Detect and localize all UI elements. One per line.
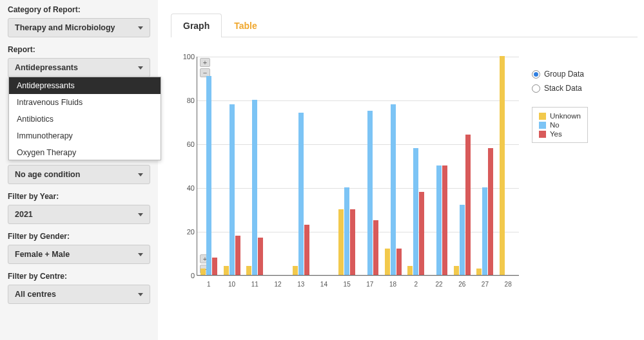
x-tick-label: 12	[274, 281, 281, 288]
legend-item-unknown[interactable]: Unknown	[539, 111, 581, 120]
x-tick-label: 2	[415, 281, 418, 288]
age-dropdown[interactable]: No age condition	[8, 165, 150, 184]
group-data-radio[interactable]: Group Data	[532, 70, 588, 79]
year-value: 2021	[15, 210, 33, 219]
bar-no[interactable]	[391, 104, 396, 275]
tab-bar: Graph Table	[171, 13, 638, 37]
x-tick-label: 14	[320, 281, 327, 288]
x-tick-label: 28	[505, 281, 512, 288]
bar-yes[interactable]	[212, 258, 217, 275]
radio-icon	[532, 84, 540, 93]
zoom-in-y-button[interactable]: +	[200, 58, 210, 67]
chevron-down-icon	[138, 213, 143, 216]
centre-label: Filter by Centre:	[8, 272, 150, 281]
legend-label-unknown: Unknown	[550, 112, 581, 120]
centre-value: All centres	[15, 290, 56, 299]
tab-graph[interactable]: Graph	[171, 14, 222, 37]
bar-yes[interactable]	[258, 238, 263, 275]
category-value: Therapy and Microbiology	[15, 23, 115, 32]
bar-unknown[interactable]	[338, 209, 344, 275]
x-tick-label: 13	[297, 281, 304, 288]
main-panel: Graph Table + − + − 02040608010011011121…	[158, 0, 644, 340]
legend-label-yes: Yes	[550, 130, 562, 138]
legend-item-no[interactable]: No	[539, 120, 581, 129]
report-label: Report:	[8, 45, 150, 54]
bar-no[interactable]	[367, 111, 373, 275]
report-option[interactable]: Antidepressants	[9, 77, 161, 94]
gender-dropdown[interactable]: Female + Male	[8, 245, 150, 264]
bar-yes[interactable]	[396, 249, 402, 275]
gender-value: Female + Male	[15, 250, 70, 259]
bar-yes[interactable]	[304, 225, 309, 275]
bar-unknown[interactable]	[500, 56, 505, 275]
bar-no[interactable]	[436, 165, 442, 275]
bar-no[interactable]	[252, 100, 257, 275]
bar-unknown[interactable]	[476, 269, 482, 275]
stack-data-label: Stack Data	[544, 84, 582, 93]
zoom-y-controls: + −	[200, 58, 210, 77]
group-data-label: Group Data	[544, 70, 584, 79]
bar-no[interactable]	[460, 205, 465, 275]
report-dropdown[interactable]: Antidepressants AntidepressantsIntraveno…	[8, 58, 150, 77]
legend-item-yes[interactable]: Yes	[539, 129, 581, 138]
bar-yes[interactable]	[465, 135, 471, 275]
chevron-down-icon	[138, 66, 143, 70]
chevron-down-icon	[138, 173, 143, 176]
age-value: No age condition	[15, 170, 80, 179]
bar-no[interactable]	[344, 187, 349, 275]
report-option[interactable]: Oxygen Therapy	[9, 144, 161, 160]
report-option[interactable]: Antibiotics	[9, 111, 161, 128]
x-tick-label: 1	[207, 281, 211, 288]
report-option[interactable]: Intravenous Fluids	[9, 94, 161, 111]
bar-unknown[interactable]	[293, 266, 298, 275]
x-tick-label: 11	[251, 281, 259, 288]
bar-no[interactable]	[482, 187, 487, 275]
y-tick-label: 20	[178, 228, 195, 236]
bar-yes[interactable]	[373, 220, 378, 275]
category-dropdown[interactable]: Therapy and Microbiology	[8, 18, 150, 37]
chart: + − + − 02040608010011011121314151718222…	[171, 57, 519, 295]
bar-no[interactable]	[229, 104, 235, 275]
swatch-unknown	[539, 113, 546, 120]
bar-unknown[interactable]	[224, 266, 229, 275]
chevron-down-icon	[138, 253, 143, 256]
y-tick-label: 80	[178, 97, 195, 104]
bar-unknown[interactable]	[407, 266, 413, 275]
x-tick-label: 10	[228, 281, 235, 288]
bar-no[interactable]	[298, 113, 304, 275]
x-tick-label: 17	[366, 281, 373, 288]
x-tick-label: 22	[435, 281, 442, 288]
tab-table[interactable]: Table	[222, 14, 269, 37]
bar-unknown[interactable]	[454, 266, 459, 275]
bar-yes[interactable]	[488, 148, 493, 275]
legend: Unknown No Yes	[532, 107, 588, 143]
bar-unknown[interactable]	[385, 249, 390, 275]
bar-yes[interactable]	[442, 165, 447, 275]
stack-data-radio[interactable]: Stack Data	[532, 84, 588, 93]
y-tick-label: 0	[178, 272, 195, 279]
bar-unknown[interactable]	[246, 266, 251, 275]
y-tick-label: 40	[178, 184, 195, 192]
chart-controls: Group Data Stack Data Unknown No Yes	[532, 57, 588, 143]
bar-yes[interactable]	[235, 236, 240, 275]
bar-yes[interactable]	[350, 209, 355, 275]
bar-unknown[interactable]	[200, 269, 206, 275]
y-tick-label: 60	[178, 140, 195, 148]
year-label: Filter by Year:	[8, 192, 150, 201]
chart-plot-area: + − + − 02040608010011011121314151718222…	[197, 57, 519, 276]
report-option[interactable]: Immunotherapy	[9, 128, 161, 144]
centre-dropdown[interactable]: All centres	[8, 285, 150, 304]
radio-icon	[532, 70, 540, 79]
bar-yes[interactable]	[419, 192, 424, 275]
y-tick-label: 100	[178, 53, 195, 61]
bar-no[interactable]	[206, 76, 211, 275]
x-tick-label: 26	[458, 281, 465, 288]
x-tick-label: 18	[389, 281, 396, 288]
gender-label: Filter by Gender:	[8, 232, 150, 241]
chevron-down-icon	[138, 293, 143, 296]
x-tick-label: 27	[482, 281, 489, 288]
year-dropdown[interactable]: 2021	[8, 205, 150, 224]
bar-no[interactable]	[413, 148, 418, 275]
sidebar: Category of Report: Therapy and Microbio…	[0, 0, 158, 340]
category-label: Category of Report:	[8, 5, 150, 14]
